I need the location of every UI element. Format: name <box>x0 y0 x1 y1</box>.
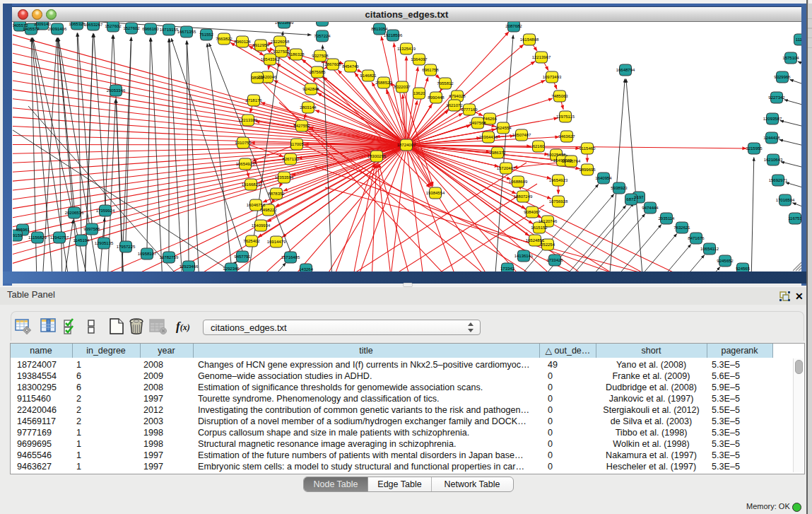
svg-text:9899695: 9899695 <box>579 168 596 172</box>
svg-text:10958107: 10958107 <box>138 252 157 256</box>
svg-text:2867608: 2867608 <box>324 62 341 66</box>
svg-text:7663822: 7663822 <box>216 37 233 41</box>
svg-text:7986372: 7986372 <box>489 151 506 155</box>
svg-text:15409934: 15409934 <box>252 223 271 228</box>
svg-text:1364097: 1364097 <box>411 57 428 62</box>
svg-text:1405572: 1405572 <box>23 27 40 31</box>
svg-text:20206536: 20206536 <box>65 211 84 215</box>
svg-text:7632621: 7632621 <box>673 226 690 230</box>
svg-text:19384554: 19384554 <box>426 191 445 195</box>
svg-text:15692971: 15692971 <box>769 178 788 182</box>
svg-text:957224: 957224 <box>315 22 330 23</box>
svg-text:9397586: 9397586 <box>83 227 100 231</box>
svg-text:9777169: 9777169 <box>461 107 478 112</box>
svg-text:10756928: 10756928 <box>549 199 568 204</box>
svg-text:19166829: 19166829 <box>242 182 261 187</box>
svg-text:8813054: 8813054 <box>371 27 388 31</box>
svg-text:6497568: 6497568 <box>469 121 486 125</box>
svg-text:116753: 116753 <box>788 216 801 221</box>
svg-text:12942757: 12942757 <box>50 235 69 240</box>
svg-text:6794028: 6794028 <box>449 94 466 98</box>
svg-text:9457791: 9457791 <box>234 255 251 259</box>
svg-text:143264: 143264 <box>299 267 314 271</box>
svg-text:20091406: 20091406 <box>48 27 67 31</box>
svg-text:8322037: 8322037 <box>394 85 411 89</box>
svg-text:3624554: 3624554 <box>495 126 512 130</box>
svg-text:16120746: 16120746 <box>539 219 558 223</box>
svg-text:7357224: 7357224 <box>314 34 331 38</box>
svg-text:19218506: 19218506 <box>384 33 403 37</box>
svg-text:8960124: 8960124 <box>234 40 251 44</box>
svg-text:9474444: 9474444 <box>642 206 659 210</box>
svg-text:10688609: 10688609 <box>509 180 528 184</box>
svg-text:1292346: 1292346 <box>223 267 240 271</box>
svg-text:12353594: 12353594 <box>275 175 294 180</box>
svg-text:1615152: 1615152 <box>531 226 548 230</box>
svg-text:9242848: 9242848 <box>302 87 319 91</box>
svg-text:1527602: 1527602 <box>105 24 122 28</box>
svg-text:2718176: 2718176 <box>245 98 262 103</box>
svg-text:16210643: 16210643 <box>764 158 783 162</box>
svg-text:8427552: 8427552 <box>293 124 310 128</box>
svg-text:8878352: 8878352 <box>268 192 285 196</box>
svg-text:9115460: 9115460 <box>579 146 596 151</box>
svg-text:11325419: 11325419 <box>397 47 416 51</box>
svg-text:12213967: 12213967 <box>532 55 551 59</box>
svg-text:2803144: 2803144 <box>300 105 317 110</box>
svg-text:17359924: 17359924 <box>96 209 115 213</box>
svg-text:10654925: 10654925 <box>236 162 255 166</box>
svg-text:19654923: 19654923 <box>549 178 568 182</box>
svg-text:455961: 455961 <box>16 228 30 232</box>
svg-text:7485063: 7485063 <box>551 94 568 98</box>
svg-text:2009140: 2009140 <box>34 22 51 26</box>
svg-text:12923466: 12923466 <box>180 264 199 269</box>
svg-text:1117: 1117 <box>796 37 801 42</box>
svg-text:12905135: 12905135 <box>95 241 114 245</box>
svg-text:16033809: 16033809 <box>275 22 294 25</box>
svg-text:9146821: 9146821 <box>360 74 377 78</box>
svg-text:252254: 252254 <box>541 243 555 247</box>
svg-text:9463627: 9463627 <box>558 134 575 139</box>
svg-text:15495764: 15495764 <box>562 159 581 163</box>
svg-text:16154808: 16154808 <box>520 37 539 42</box>
svg-text:39159: 39159 <box>13 233 23 238</box>
svg-text:1244418: 1244418 <box>763 136 780 140</box>
svg-text:6871: 6871 <box>626 197 636 201</box>
svg-text:3875685: 3875685 <box>309 70 326 74</box>
svg-text:924565: 924565 <box>736 267 751 271</box>
svg-text:12975115: 12975115 <box>556 115 575 119</box>
svg-text:5938923: 5938923 <box>611 186 628 190</box>
svg-text:62160: 62160 <box>533 144 545 148</box>
svg-text:15716485: 15716485 <box>281 255 300 259</box>
svg-text:2087682: 2087682 <box>505 24 522 28</box>
svg-text:10507487: 10507487 <box>512 133 531 137</box>
svg-text:12093587: 12093587 <box>763 117 782 121</box>
svg-text:98903: 98903 <box>252 76 264 80</box>
svg-text:1310755: 1310755 <box>235 141 252 145</box>
svg-text:16914479: 16914479 <box>267 240 286 244</box>
svg-text:7625402: 7625402 <box>243 239 260 243</box>
svg-text:751552: 751552 <box>199 33 214 37</box>
svg-text:3215955: 3215955 <box>746 146 763 151</box>
svg-text:1145194: 1145194 <box>73 238 90 243</box>
svg-text:18807249: 18807249 <box>514 194 533 199</box>
svg-text:17957225: 17957225 <box>117 245 136 249</box>
svg-text:17016504: 17016504 <box>776 198 795 202</box>
svg-text:23226058: 23226058 <box>271 40 290 44</box>
svg-text:20364436: 20364436 <box>479 135 498 139</box>
svg-text:20053346: 20053346 <box>107 88 126 93</box>
svg-text:8471676: 8471676 <box>688 236 705 240</box>
svg-text:9084067: 9084067 <box>524 210 541 214</box>
svg-text:16671355: 16671355 <box>177 30 196 34</box>
svg-text:13620: 13620 <box>413 91 425 95</box>
svg-text:2935114: 2935114 <box>659 216 676 221</box>
svg-text:8186328: 8186328 <box>288 52 305 57</box>
svg-text:15720407: 15720407 <box>497 166 516 170</box>
svg-text:8454749: 8454749 <box>342 64 359 69</box>
svg-text:10973493: 10973493 <box>543 75 562 79</box>
svg-text:18724007: 18724007 <box>397 143 416 147</box>
svg-text:7955812: 7955812 <box>437 81 454 86</box>
svg-text:1575104: 1575104 <box>782 56 799 60</box>
svg-text:2588520: 2588520 <box>375 81 392 85</box>
svg-text:8912954: 8912954 <box>252 43 269 47</box>
